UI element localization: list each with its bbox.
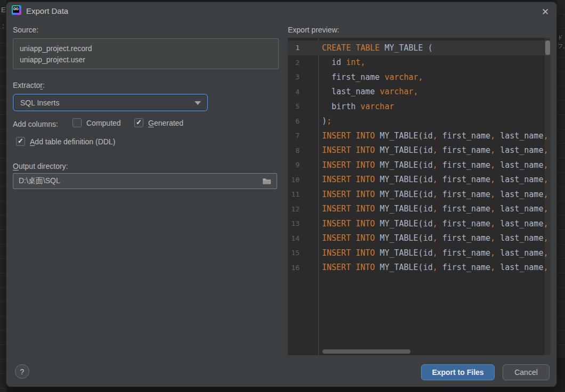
line-number: 7 <box>288 132 300 140</box>
code-text: INSERT INTO MY_TABLE(id, first_name, las… <box>300 263 551 272</box>
computed-checkbox[interactable]: ✓ Computed <box>72 118 121 127</box>
output-directory-label: Output directory: <box>13 162 68 170</box>
checkbox-box: ✓ <box>16 137 25 146</box>
dialog-titlebar[interactable]: DG Export Data ✕ <box>6 2 556 21</box>
background-window-right: ド フ, <box>556 0 565 358</box>
generated-checkbox-label: Generated <box>148 119 183 127</box>
line-number: 9 <box>288 161 300 169</box>
background-clipped-text: ド <box>558 35 563 40</box>
line-number: 15 <box>288 249 300 257</box>
code-text: INSERT INTO MY_TABLE(id, first_name, las… <box>300 219 551 228</box>
code-text: CREATE TABLE MY_TABLE ( <box>300 43 433 53</box>
datagrip-logo-icon: DG <box>12 5 21 15</box>
code-line: 5 birth varchar <box>288 99 551 114</box>
code-text: birth varchar <box>300 102 394 111</box>
code-line: 9INSERT INTO MY_TABLE(id, first_name, la… <box>288 158 551 173</box>
source-list: uniapp_project.record uniapp_project.use… <box>13 38 279 69</box>
vertical-scrollbar[interactable] <box>545 38 551 355</box>
background-clipped-text: E <box>1 6 6 13</box>
code-line: 11INSERT INTO MY_TABLE(id, first_name, l… <box>288 187 551 202</box>
close-icon[interactable]: ✕ <box>539 5 552 18</box>
extractor-select[interactable]: SQL Inserts <box>13 94 208 111</box>
line-number: 14 <box>288 234 300 242</box>
add-columns-label: Add columns: <box>13 120 58 128</box>
source-label: Source: <box>13 26 38 34</box>
code-text: INSERT INTO MY_TABLE(id, first_name, las… <box>300 160 551 170</box>
computed-checkbox-label: Computed <box>86 119 121 127</box>
cancel-button[interactable]: Cancel <box>503 364 550 380</box>
checkbox-box: ✓ <box>72 118 82 127</box>
extractor-label: Extractor: <box>13 81 45 89</box>
export-preview-label: Export preview: <box>288 26 339 34</box>
export-preview-editor[interactable]: 1CREATE TABLE MY_TABLE (2 id int,3 first… <box>288 38 551 355</box>
code-line: 10INSERT INTO MY_TABLE(id, first_name, l… <box>288 173 551 187</box>
folder-browse-icon[interactable] <box>262 177 271 185</box>
code-line: 14INSERT INTO MY_TABLE(id, first_name, l… <box>288 231 551 246</box>
code-line: 1CREATE TABLE MY_TABLE ( <box>288 40 551 55</box>
horizontal-scrollbar-thumb[interactable] <box>322 349 410 354</box>
chevron-down-icon <box>195 101 201 105</box>
line-number: 10 <box>288 176 300 184</box>
line-number: 8 <box>288 146 300 154</box>
extractor-selected-value: SQL Inserts <box>20 99 59 107</box>
checkbox-box: ✓ <box>134 118 143 127</box>
check-icon: ✓ <box>136 119 142 126</box>
line-number: 5 <box>288 102 300 110</box>
code-text: last_name varchar, <box>300 87 418 96</box>
line-number: 4 <box>288 88 300 96</box>
add-ddl-checkbox-label: Add table definition (DDL) <box>30 137 115 146</box>
help-button[interactable]: ? <box>15 364 29 379</box>
background-clipped-text: : <box>2 22 4 29</box>
line-number: 13 <box>288 219 300 227</box>
code-line: 13INSERT INTO MY_TABLE(id, first_name, l… <box>288 216 551 231</box>
dialog-title: Export Data <box>26 6 68 15</box>
code-line: 12INSERT INTO MY_TABLE(id, first_name, l… <box>288 202 551 217</box>
code-text: INSERT INTO MY_TABLE(id, first_name, las… <box>300 233 551 243</box>
line-number: 16 <box>288 264 300 272</box>
export-data-dialog: DG Export Data ✕ Source: uniapp_project.… <box>6 2 556 387</box>
generated-checkbox[interactable]: ✓ Generated <box>134 118 183 127</box>
add-ddl-checkbox[interactable]: ✓ Add table definition (DDL) <box>16 137 115 146</box>
question-mark-icon: ? <box>20 368 25 376</box>
code-line: 7INSERT INTO MY_TABLE(id, first_name, la… <box>288 128 551 143</box>
line-number: 12 <box>288 205 300 213</box>
export-to-files-button[interactable]: Export to Files <box>421 364 495 380</box>
check-icon: ✓ <box>18 137 23 144</box>
background-window-left: E : <box>0 0 6 392</box>
code-text: ); <box>300 116 332 126</box>
background-clipped-text: フ, <box>558 44 564 49</box>
code-text: INSERT INTO MY_TABLE(id, first_name, las… <box>300 190 551 199</box>
code-line: 2 id int, <box>288 55 551 70</box>
code-line: 15INSERT INTO MY_TABLE(id, first_name, l… <box>288 246 551 260</box>
code-text: INSERT INTO MY_TABLE(id, first_name, las… <box>300 145 551 155</box>
source-item: uniapp_project.record <box>20 43 272 54</box>
vertical-scrollbar-thumb[interactable] <box>545 40 550 55</box>
code-text: INSERT INTO MY_TABLE(id, first_name, las… <box>300 248 551 258</box>
code-text: INSERT INTO MY_TABLE(id, first_name, las… <box>300 204 551 214</box>
code-line: 6); <box>288 114 551 129</box>
code-lines: 1CREATE TABLE MY_TABLE (2 id int,3 first… <box>288 40 551 275</box>
code-line: 3 first_name varchar, <box>288 70 551 85</box>
line-number: 3 <box>288 73 300 81</box>
code-line: 16INSERT INTO MY_TABLE(id, first_name, l… <box>288 260 551 275</box>
line-number: 6 <box>288 117 300 125</box>
line-number: 2 <box>288 59 300 67</box>
code-line: 4 last_name varchar, <box>288 85 551 100</box>
code-text: id int, <box>300 58 365 67</box>
source-item: uniapp_project.user <box>20 54 272 66</box>
output-directory-field[interactable]: D:\桌面\SQL <box>13 173 277 189</box>
output-directory-value: D:\桌面\SQL <box>19 176 60 186</box>
code-line: 8INSERT INTO MY_TABLE(id, first_name, la… <box>288 143 551 158</box>
line-number: 11 <box>288 190 300 198</box>
line-number: 1 <box>288 44 300 52</box>
code-text: first_name varchar, <box>300 72 423 82</box>
code-text: INSERT INTO MY_TABLE(id, first_name, las… <box>300 175 551 184</box>
code-text: INSERT INTO MY_TABLE(id, first_name, las… <box>300 131 551 141</box>
